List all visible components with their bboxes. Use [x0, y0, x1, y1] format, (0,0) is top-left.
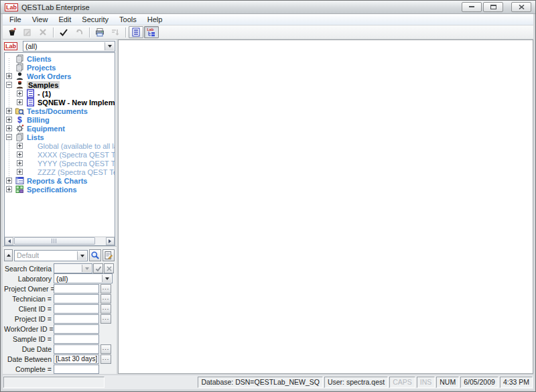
scroll-left-button[interactable]	[5, 237, 13, 245]
tree-expand-toggle[interactable]	[17, 143, 23, 149]
tree-item-clients[interactable]: Clients	[5, 54, 115, 63]
edit-criteria-button[interactable]	[103, 249, 115, 261]
close-button[interactable]	[511, 2, 531, 12]
date-between-browse-button[interactable]: ...	[100, 354, 111, 364]
minimize-icon	[469, 5, 474, 7]
tree-expand-toggle[interactable]	[6, 117, 12, 123]
tree-item-sqnew-new-implementation[interactable]: SQNEW - New Implementation (	[5, 98, 115, 107]
lab-selector-row: Lab (all)	[3, 40, 117, 52]
laboratory-dropdown-button[interactable]	[102, 275, 111, 282]
tree-item-reports-charts[interactable]: Reports & Charts	[5, 176, 115, 185]
date-between-input[interactable]	[54, 354, 99, 364]
lab-selector-combo[interactable]: (all)	[23, 41, 115, 52]
tree-expand-toggle[interactable]	[17, 169, 23, 175]
tree-expand-toggle[interactable]	[17, 151, 23, 157]
client-id-input[interactable]	[54, 304, 99, 314]
tree-item-yyyy-spectra-qest-test-lab-2[interactable]: YYYY (Spectra QEST Test Lab 2)	[5, 159, 115, 168]
tree-expand-toggle[interactable]	[6, 178, 12, 184]
status-date: 6/05/2009	[460, 377, 498, 388]
due-date-input[interactable]	[54, 344, 99, 354]
menu-file[interactable]: File	[4, 15, 27, 24]
toolbar-print-button[interactable]	[92, 26, 107, 38]
maximize-button[interactable]	[483, 2, 503, 12]
tree-collapse-toggle[interactable]	[6, 82, 12, 88]
menu-help[interactable]: Help	[142, 15, 168, 24]
toolbar-new-sample-button[interactable]	[5, 26, 19, 38]
client-area: Lab (all) ClientsProjectsWork OrdersSamp…	[3, 40, 533, 374]
check-icon	[95, 265, 102, 272]
search-label-project-id: Project ID =	[4, 315, 54, 323]
tree-expand-toggle[interactable]	[17, 90, 23, 96]
menu-security[interactable]: Security	[76, 15, 114, 24]
tree-horizontal-scrollbar[interactable]	[5, 237, 115, 245]
technician-browse-button[interactable]: ...	[100, 294, 111, 304]
chevron-down-icon	[105, 277, 109, 282]
tree-expand-toggle[interactable]	[17, 160, 23, 166]
tree-item-specifications[interactable]: Specifications	[5, 185, 115, 194]
tree-item-work-orders[interactable]: Work Orders	[5, 72, 115, 80]
tree-item-equipment[interactable]: Equipment	[5, 124, 115, 133]
sample-id-input[interactable]	[54, 334, 99, 344]
tree-item-projects[interactable]: Projects	[5, 63, 115, 72]
tree-item-billing[interactable]: $Billing	[5, 115, 115, 124]
tree-item-samples[interactable]: Samples	[5, 80, 115, 89]
search-criteria-dropdown-button	[82, 265, 91, 272]
tree-collapse-toggle[interactable]	[6, 134, 12, 140]
tree-item-lists[interactable]: Lists	[5, 133, 115, 141]
project-id-input[interactable]	[54, 314, 99, 324]
lab-selector-dropdown-button[interactable]	[105, 42, 114, 50]
toolbar-tree-lab-view-button[interactable]: Lab	[144, 26, 159, 38]
tree-item-label: XXXX (Spectra QEST Test Lab 1)	[38, 151, 115, 159]
sort-icon	[110, 27, 121, 38]
tree-item-label: Specifications	[27, 186, 77, 194]
report-icon	[15, 176, 25, 185]
due-date-browse-button[interactable]: ...	[100, 344, 111, 354]
toolbar-apply-button[interactable]	[56, 26, 71, 38]
tree-item-xxxx-spectra-qest-test-lab-1[interactable]: XXXX (Spectra QEST Test Lab 1)	[5, 150, 115, 159]
run-search-button[interactable]	[89, 249, 101, 261]
tree-item-global-available-to-all-labs[interactable]: Global (available to all labs)	[5, 141, 115, 150]
tree-expand-toggle[interactable]	[6, 73, 12, 79]
blank-icon	[25, 150, 36, 159]
specs-icon	[15, 185, 25, 194]
blank-icon	[25, 168, 36, 176]
collapse-panel-button[interactable]	[4, 249, 13, 261]
scroll-right-button[interactable]	[106, 237, 115, 245]
blank-icon	[25, 141, 36, 150]
tree-item-label: Reports & Charts	[27, 177, 87, 185]
tree-expand-toggle[interactable]	[6, 125, 12, 131]
scrollbar-track[interactable]	[13, 237, 106, 245]
toolbar-undo-button	[72, 26, 86, 38]
search-row-complete: Complete =	[4, 364, 115, 374]
project-owner-browse-button[interactable]: ...	[100, 284, 111, 293]
scrollbar-thumb[interactable]	[14, 237, 95, 245]
chevron-down-icon	[80, 255, 84, 259]
menu-tools[interactable]: Tools	[114, 15, 142, 24]
technician-input[interactable]	[54, 294, 99, 304]
title-bar: Lab QESTLab Enterprise	[1, 1, 535, 14]
tree-item-zzzz-spectra-qest-test-lab-3[interactable]: ZZZZ (Spectra QEST Test Lab 3)	[5, 168, 115, 176]
tree-item-1[interactable]: - (1)	[5, 89, 115, 98]
tree-item-tests-documents[interactable]: Tests/Documents	[5, 107, 115, 115]
menu-edit[interactable]: Edit	[53, 15, 76, 24]
workorder-id-input[interactable]	[54, 324, 99, 334]
laboratory-combo[interactable]: (all)	[54, 273, 113, 283]
search-label-workorder-id: WorkOrder ID =	[4, 325, 54, 333]
app-logo-icon: Lab	[5, 3, 18, 11]
app-window: Lab QESTLab Enterprise FileViewEditSecur…	[0, 0, 536, 392]
project-owner-input[interactable]	[54, 284, 99, 293]
tree-view-icon	[131, 27, 141, 38]
minimize-button[interactable]	[462, 2, 482, 12]
status-time: 4:33 PM	[500, 377, 533, 388]
project-id-browse-button[interactable]: ...	[100, 314, 111, 324]
tree-expand-toggle[interactable]	[6, 186, 12, 192]
preset-dropdown-button[interactable]	[77, 251, 86, 260]
menu-view[interactable]: View	[27, 15, 54, 24]
tree-expand-toggle[interactable]	[17, 99, 23, 105]
search-preset-combo[interactable]: Default	[14, 250, 88, 261]
tree-expand-toggle[interactable]	[6, 108, 12, 114]
tree-item-label: ZZZZ (Spectra QEST Test Lab 3)	[38, 168, 115, 176]
complete-input[interactable]	[54, 365, 99, 374]
toolbar-tree-view-button[interactable]	[129, 26, 143, 38]
client-id-browse-button[interactable]: ...	[100, 304, 111, 314]
